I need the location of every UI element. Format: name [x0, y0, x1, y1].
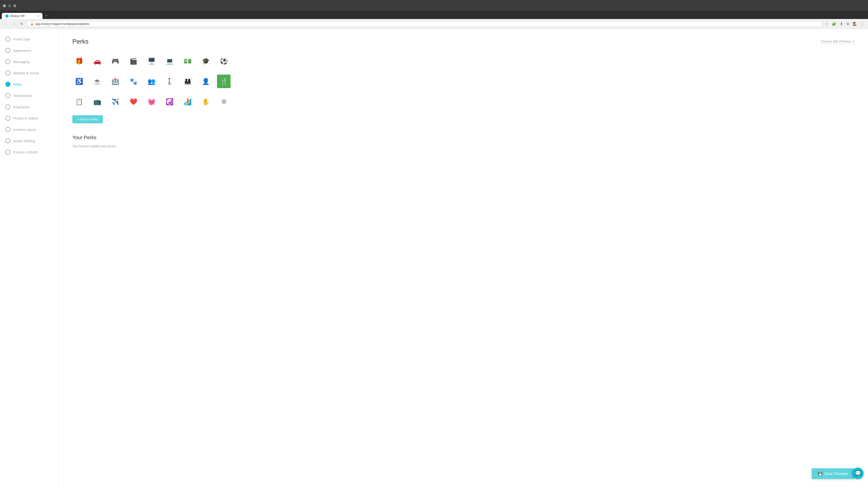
icon-grid-row3: 📋 📺 ✈️ ❤️ 💓 ☯️ 🏄 ✋ ❊ — [72, 95, 855, 108]
sidebar-item-website-social[interactable]: Website & Social — [0, 67, 59, 78]
sidebar-icon-portal-type — [5, 37, 10, 41]
active-tab[interactable]: Breezy HR × — [2, 13, 42, 19]
nav-actions: ☆ 🧩 ⬇ ⧉ 🕵 ⋮ — [824, 21, 865, 27]
your-perks-title: Your Perks — [72, 135, 855, 140]
perk-icon-list[interactable]: 📋 — [72, 95, 86, 108]
sidebar-label-content-layout: Content Layout — [13, 128, 36, 131]
sidebar-icon-photos-videos — [5, 116, 10, 121]
sidebar: Portal Type Appearance Messaging Website… — [0, 29, 59, 488]
app-layout: Portal Type Appearance Messaging Website… — [0, 29, 868, 488]
sidebar-label-perks: Perks — [13, 83, 22, 86]
page-header: Perks Careers Site Preview ↗ — [72, 38, 855, 45]
sidebar-item-messaging[interactable]: Messaging — [0, 56, 59, 67]
nav-bar: ← → ↻ 🔒 app.breezy.hr/app/c/moodjoy/port… — [0, 19, 868, 29]
sidebar-item-photos-videos[interactable]: Photos & Videos — [0, 112, 59, 124]
sidebar-label-website-social: Website & Social — [13, 71, 39, 75]
perk-icon-medical[interactable]: 🏥 — [108, 74, 122, 88]
tab-title: Breezy HR — [10, 14, 25, 18]
perk-icon-health[interactable]: 💓 — [145, 95, 158, 108]
sidebar-icon-website-social — [5, 70, 10, 75]
sidebar-item-perks[interactable]: ✓ Perks — [0, 78, 59, 90]
url-icon: 🔒 — [30, 22, 34, 26]
incognito-btn[interactable]: 🕵 — [852, 21, 858, 27]
chat-icon: 💬 — [855, 470, 861, 476]
bookmark-btn[interactable]: ☆ — [824, 21, 829, 27]
perk-icon-family[interactable]: 👨‍👩‍👧 — [181, 74, 194, 88]
url-bar[interactable]: 🔒 app.breezy.hr/app/c/moodjoy/portal/per… — [26, 21, 822, 27]
your-perks-empty-text: You haven't added any perks. — [72, 144, 855, 148]
browser-tabs: Breezy HR × + — [0, 11, 868, 19]
sidebar-label-messaging: Messaging — [13, 60, 30, 64]
sidebar-item-testimonials[interactable]: Testimonials — [0, 90, 59, 101]
sidebar-icon-social-sharing — [5, 138, 10, 143]
sidebar-item-portal-type[interactable]: Portal Type — [0, 33, 59, 45]
perk-icon-pets[interactable]: 🐾 — [127, 74, 140, 88]
sidebar-item-appearance[interactable]: Appearance — [0, 45, 59, 56]
perk-icon-education[interactable]: 🎓 — [199, 54, 213, 68]
perk-icon-gift[interactable]: 🎁 — [72, 54, 86, 68]
back-btn[interactable]: ← — [3, 21, 9, 27]
perk-icon-desktop[interactable]: 🖥️ — [145, 54, 158, 68]
sidebar-item-custom-css[interactable]: Custom CSS/JS — [0, 147, 59, 158]
reload-btn[interactable]: ↻ — [19, 21, 25, 27]
sidebar-icon-custom-css — [5, 150, 10, 155]
add-to-perks-btn[interactable]: + Add to Perks — [72, 115, 103, 123]
sidebar-label-portal-type: Portal Type — [13, 37, 30, 41]
sidebar-label-social-sharing: Social Sharing — [13, 139, 35, 143]
perk-icon-laptop[interactable]: 💻 — [163, 54, 176, 68]
forward-btn[interactable]: → — [11, 21, 17, 27]
icon-grid-row2: ♿ ☕ 🏥 🐾 👥 🚶 👨‍👩‍👧 👤 🍴 — [72, 74, 855, 88]
sidebar-icon-messaging — [5, 59, 10, 64]
browser-chrome: ⬤ ⬤ ⬤ — [0, 0, 868, 11]
extensions-btn[interactable]: 🧩 — [831, 21, 837, 27]
new-tab-btn[interactable]: + — [43, 12, 50, 19]
perk-icon-balance[interactable]: ☯️ — [163, 95, 176, 108]
perk-icon-slack[interactable]: ❊ — [217, 95, 230, 108]
perk-icon-activity[interactable]: 🏄 — [181, 95, 194, 108]
chat-bubble-btn[interactable]: 💬 — [852, 468, 864, 479]
save-changes-btn[interactable]: 💾 Save Changes — [812, 468, 855, 479]
perk-icon-tv[interactable]: 📺 — [90, 95, 104, 108]
sidebar-item-content-layout[interactable]: Content Layout — [0, 124, 59, 135]
perk-icon-hand[interactable]: ✋ — [199, 95, 213, 108]
sidebar-icon-appearance — [5, 48, 10, 53]
perk-icon-heart[interactable]: ❤️ — [127, 95, 140, 108]
sidebar-item-employees[interactable]: Employees — [0, 101, 59, 112]
download-btn[interactable]: ⬇ — [839, 21, 844, 27]
perk-icon-coffee[interactable]: ☕ — [90, 74, 104, 88]
tab-close-btn[interactable]: × — [37, 14, 39, 18]
sidebar-icon-content-layout — [5, 127, 10, 132]
sidebar-label-testimonials: Testimonials — [13, 94, 32, 98]
perk-icon-movie[interactable]: 🎬 — [127, 54, 140, 68]
sidebar-label-employees: Employees — [13, 105, 30, 109]
perk-icon-user[interactable]: 👤 — [199, 74, 213, 88]
menu-btn[interactable]: ⋮ — [860, 21, 865, 27]
tab-favicon — [5, 14, 8, 18]
sidebar-label-photos-videos: Photos & Videos — [13, 116, 38, 120]
perk-icon-person[interactable]: 🚶 — [163, 74, 176, 88]
perk-icon-travel[interactable]: ✈️ — [108, 95, 122, 108]
perk-icon-gaming[interactable]: 🎮 — [108, 54, 122, 68]
split-btn[interactable]: ⧉ — [846, 21, 850, 27]
sidebar-label-custom-css: Custom CSS/JS — [13, 150, 37, 154]
sidebar-icon-perks: ✓ — [5, 82, 10, 87]
careers-preview-link[interactable]: Careers Site Preview ↗ — [821, 39, 855, 44]
save-icon: 💾 — [818, 471, 823, 476]
perk-icon-accessibility[interactable]: ♿ — [72, 74, 86, 88]
sidebar-label-appearance: Appearance — [13, 48, 31, 53]
sidebar-item-social-sharing[interactable]: Social Sharing — [0, 135, 59, 147]
main-content: Perks Careers Site Preview ↗ 🎁 🚗 🎮 🎬 🖥️ … — [59, 29, 868, 488]
save-label: Save Changes — [825, 472, 848, 476]
page-title: Perks — [72, 38, 89, 45]
external-link-icon: ↗ — [852, 39, 855, 43]
perk-icon-sports[interactable]: ⚽ — [217, 54, 230, 68]
careers-preview-label: Careers Site Preview — [821, 39, 850, 43]
sidebar-icon-testimonials — [5, 93, 10, 98]
sidebar-icon-employees — [5, 104, 10, 109]
perk-icon-restaurant[interactable]: 🍴 — [217, 74, 230, 88]
url-text: app.breezy.hr/app/c/moodjoy/portal/perks — [35, 22, 89, 26]
perk-icon-team[interactable]: 👥 — [145, 74, 158, 88]
perk-icon-money[interactable]: 💵 — [181, 54, 194, 68]
icon-grid-row1: 🎁 🚗 🎮 🎬 🖥️ 💻 💵 🎓 ⚽ — [72, 54, 855, 68]
perk-icon-car[interactable]: 🚗 — [90, 54, 104, 68]
